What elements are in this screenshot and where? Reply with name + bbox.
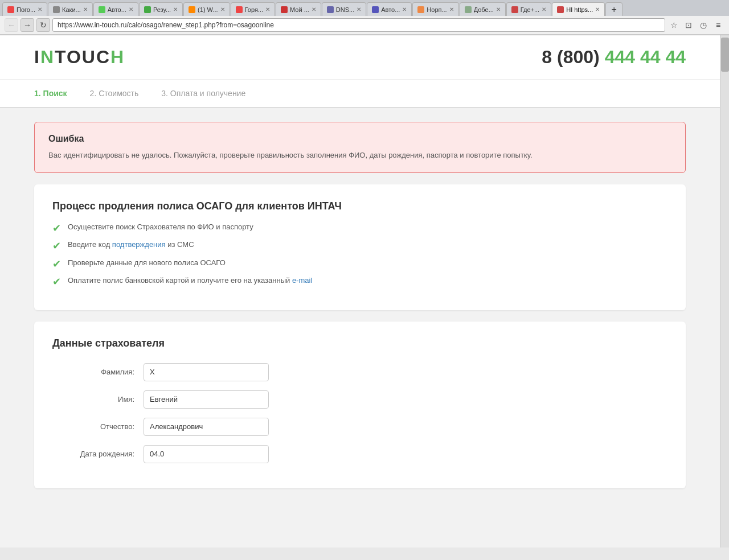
error-box: Ошибка Вас идентифицировать не удалось. … [34, 122, 686, 173]
tab-7[interactable]: DNS... ✕ [322, 2, 366, 16]
tab-label-9: Норп... [427, 6, 447, 13]
tab-5[interactable]: Горя... ✕ [231, 2, 275, 16]
tab-1[interactable]: Каки... ✕ [48, 2, 93, 16]
tab-close-4[interactable]: ✕ [220, 6, 225, 13]
checklist-item-1: ✔ Введите код подтверждения из СМС [52, 240, 667, 253]
tab-favicon-7 [327, 6, 334, 13]
tab-favicon-0 [7, 6, 14, 13]
middlename-input[interactable] [144, 418, 269, 436]
form-row-middlename: Отчество: [52, 418, 667, 436]
form-card: Данные страхователя Фамилия: Имя: Отчест… [34, 322, 686, 488]
site-header: INTOUCH 8 (800) 444 44 44 [0, 35, 720, 80]
tab-10[interactable]: Добе... ✕ [460, 2, 506, 16]
forward-button[interactable]: → [21, 18, 34, 32]
tab-favicon-4 [189, 6, 195, 13]
lastname-input[interactable] [144, 363, 269, 381]
logo-text-dark: I [34, 47, 40, 67]
page-wrapper: INTOUCH 8 (800) 444 44 44 1. Поиск 2. Ст… [0, 35, 720, 547]
check-icon-3: ✔ [52, 276, 61, 289]
logo-text-green2: H [110, 47, 125, 67]
tab-9[interactable]: Норп... ✕ [412, 2, 458, 16]
tab-label-5: Горя... [245, 6, 263, 13]
tab-favicon-8 [372, 6, 379, 13]
tab-favicon-5 [236, 6, 243, 13]
tab-close-0[interactable]: ✕ [38, 6, 42, 13]
new-tab-button[interactable]: + [605, 2, 622, 16]
tab-favicon-11 [511, 6, 518, 13]
extensions-icon[interactable]: ⊡ [682, 19, 695, 31]
tab-0[interactable]: Пого... ✕ [2, 2, 47, 16]
checklist-text-1: Введите код подтверждения из СМС [68, 240, 194, 249]
tab-favicon-9 [417, 6, 424, 13]
tab-favicon-3 [144, 6, 151, 13]
phone-number: 8 (800) 444 44 44 [542, 47, 686, 68]
site-logo: INTOUCH [34, 47, 125, 68]
tab-4[interactable]: (1) W... ✕ [183, 2, 230, 16]
form-row-birthdate: Дата рождения: [52, 445, 667, 463]
step-2[interactable]: 2. Стоимость [90, 89, 139, 98]
checklist-item-2: ✔ Проверьте данные для нового полиса ОСА… [52, 258, 667, 271]
birthdate-input[interactable] [144, 445, 269, 463]
tab-favicon-6 [281, 6, 288, 13]
error-title: Ошибка [48, 134, 671, 144]
content-area: INTOUCH 8 (800) 444 44 44 1. Поиск 2. Ст… [0, 35, 729, 547]
tab-close-7[interactable]: ✕ [357, 6, 361, 13]
tab-label-6: Мой ... [290, 6, 309, 13]
step-1[interactable]: 1. Поиск [34, 89, 67, 98]
info-card: Процесс продления полиса ОСАГО для клиен… [34, 184, 686, 310]
checklist-text-2: Проверьте данные для нового полиса ОСАГО [68, 258, 226, 267]
tab-close-8[interactable]: ✕ [402, 6, 407, 13]
tab-favicon-10 [465, 6, 472, 13]
tab-label-1: Каки... [62, 6, 81, 13]
tab-close-9[interactable]: ✕ [449, 6, 454, 13]
tab-label-11: Где+... [521, 6, 539, 13]
firstname-input[interactable] [144, 390, 269, 409]
tab-3[interactable]: Резу... ✕ [139, 2, 183, 16]
main-area: Ошибка Вас идентифицировать не удалось. … [0, 108, 720, 513]
tab-6[interactable]: Мой ... ✕ [276, 2, 321, 16]
history-icon[interactable]: ◷ [697, 19, 710, 31]
tab-12[interactable]: НI https... ✕ [552, 2, 605, 16]
tab-close-1[interactable]: ✕ [83, 6, 88, 13]
tab-close-3[interactable]: ✕ [173, 6, 178, 13]
label-birthdate: Дата рождения: [52, 450, 144, 458]
checklist: ✔ Осуществите поиск Страхователя по ФИО … [52, 223, 667, 289]
bookmark-icon[interactable]: ☆ [667, 19, 680, 31]
tab-close-6[interactable]: ✕ [312, 6, 316, 13]
checklist-item-0: ✔ Осуществите поиск Страхователя по ФИО … [52, 223, 667, 235]
tab-close-2[interactable]: ✕ [129, 6, 133, 13]
tab-close-10[interactable]: ✕ [496, 6, 501, 13]
address-bar[interactable] [52, 18, 665, 32]
tab-label-3: Резу... [153, 6, 171, 13]
tab-label-0: Пого... [17, 6, 35, 13]
error-text: Вас идентифицировать не удалось. Пожалуй… [48, 150, 671, 161]
scrollbar-thumb[interactable] [721, 38, 729, 72]
reload-button[interactable]: ↻ [36, 18, 50, 32]
steps-nav: 1. Поиск 2. Стоимость 3. Оплата и получе… [0, 80, 720, 108]
step-3[interactable]: 3. Оплата и получение [161, 89, 245, 98]
tab-close-11[interactable]: ✕ [542, 6, 546, 13]
scrollbar[interactable] [720, 35, 729, 547]
checklist-text-0: Осуществите поиск Страхователя по ФИО и … [68, 223, 253, 231]
tab-2[interactable]: Авто... ✕ [93, 2, 138, 16]
tab-close-12[interactable]: ✕ [595, 6, 600, 13]
check-icon-0: ✔ [52, 223, 61, 235]
checklist-item-3: ✔ Оплатите полис банковской картой и пол… [52, 276, 667, 289]
tab-label-12: НI https... [566, 6, 593, 13]
tab-label-2: Авто... [108, 6, 126, 13]
tab-label-7: DNS... [336, 6, 354, 13]
menu-icon[interactable]: ≡ [712, 19, 724, 31]
tab-favicon-2 [99, 6, 105, 13]
tab-8[interactable]: Авто... ✕ [367, 2, 412, 16]
tab-11[interactable]: Где+... ✕ [506, 2, 551, 16]
label-middlename: Отчество: [52, 422, 144, 431]
tab-favicon-1 [53, 6, 60, 13]
back-button[interactable]: ← [5, 18, 18, 32]
tab-close-5[interactable]: ✕ [265, 6, 270, 13]
tab-favicon-12 [557, 6, 564, 13]
check-icon-2: ✔ [52, 258, 61, 271]
form-row-lastname: Фамилия: [52, 363, 667, 381]
label-firstname: Имя: [52, 395, 144, 403]
logo-text-dark2: TOUC [55, 47, 110, 67]
tab-label-8: Авто... [381, 6, 400, 13]
